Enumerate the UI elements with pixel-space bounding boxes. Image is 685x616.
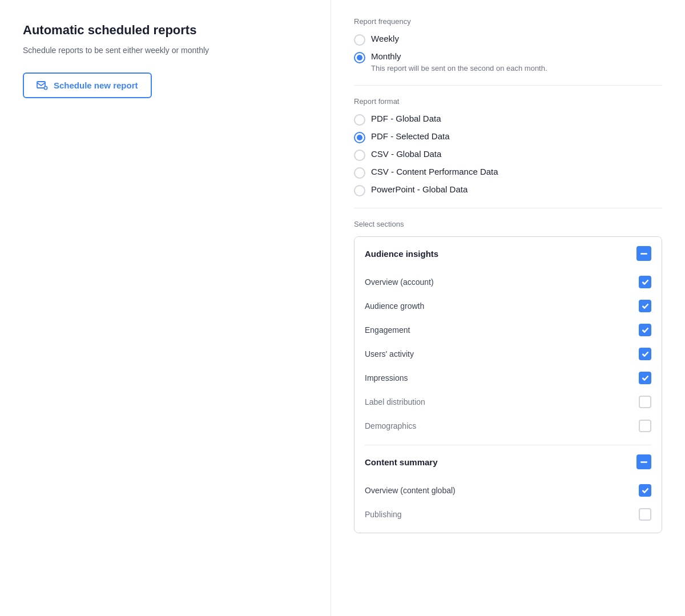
content-summary-items: Overview (content global) Publishing: [354, 478, 662, 533]
checkbox-label-distribution[interactable]: [639, 396, 651, 408]
item-impressions: Impressions: [365, 373, 408, 383]
format-radio-group: PDF - Global Data PDF - Selected Data CS…: [354, 114, 662, 196]
item-publishing: Publishing: [365, 510, 402, 519]
section-content-summary: Content summary Overview (content global…: [354, 445, 662, 533]
monthly-hint: This report will be sent on the second o…: [371, 63, 547, 74]
sections-box: Audience insights Overview (account): [354, 236, 662, 533]
item-demographics: Demographics: [365, 421, 416, 430]
pdf-global-radio-circle[interactable]: [354, 114, 365, 126]
monthly-label: Monthly: [371, 51, 547, 61]
frequency-radio-group: Weekly Monthly This report will be sent …: [354, 34, 662, 74]
weekly-radio-circle[interactable]: [354, 34, 365, 46]
csv-content-radio-circle[interactable]: [354, 167, 365, 179]
audience-insights-header: Audience insights: [354, 237, 662, 270]
checkbox-impressions[interactable]: [639, 372, 651, 384]
item-audience-growth: Audience growth: [365, 301, 424, 311]
format-option-pdf-global[interactable]: PDF - Global Data: [354, 114, 662, 126]
checkbox-audience-growth[interactable]: [639, 300, 651, 312]
checkbox-publishing[interactable]: [639, 508, 651, 521]
checkbox-engagement[interactable]: [639, 324, 651, 336]
ppt-global-label: PowerPoint - Global Data: [371, 184, 468, 194]
csv-global-radio-circle[interactable]: [354, 150, 365, 161]
ppt-global-radio-circle[interactable]: [354, 185, 365, 196]
list-item: Label distribution: [365, 390, 651, 414]
frequency-label: Report frequency: [354, 17, 662, 26]
list-item: Overview (content global): [365, 478, 651, 502]
audience-insights-items: Overview (account) Audience growth Engag…: [354, 270, 662, 445]
divider-1: [354, 85, 662, 86]
divider-2: [354, 208, 662, 208]
list-item: Engagement: [365, 318, 651, 342]
item-overview-content-global: Overview (content global): [365, 486, 456, 495]
format-option-pdf-selected[interactable]: PDF - Selected Data: [354, 131, 662, 143]
sections-label: Select sections: [354, 220, 662, 228]
pdf-global-label: PDF - Global Data: [371, 114, 441, 123]
checkbox-users-activity[interactable]: [639, 348, 651, 360]
csv-global-label: CSV - Global Data: [371, 149, 441, 159]
checkbox-demographics[interactable]: [639, 420, 651, 432]
envelope-plus-icon: [37, 81, 48, 90]
monthly-radio-circle[interactable]: [354, 52, 365, 63]
section-audience-insights: Audience insights Overview (account): [354, 237, 662, 445]
csv-content-label: CSV - Content Performance Data: [371, 167, 498, 176]
format-option-csv-content[interactable]: CSV - Content Performance Data: [354, 167, 662, 179]
list-item: Publishing: [365, 502, 651, 526]
audience-insights-title: Audience insights: [365, 249, 438, 259]
item-overview-account: Overview (account): [365, 277, 434, 287]
checkbox-overview-content-global[interactable]: [639, 484, 651, 497]
content-summary-collapse-btn[interactable]: [636, 454, 651, 469]
frequency-option-weekly[interactable]: Weekly: [354, 34, 662, 46]
frequency-option-monthly[interactable]: Monthly This report will be sent on the …: [354, 51, 662, 74]
list-item: Users' activity: [365, 342, 651, 366]
page-subtitle: Schedule reports to be sent either weekl…: [23, 45, 308, 57]
content-summary-title: Content summary: [365, 457, 438, 467]
svg-rect-0: [37, 82, 45, 88]
list-item: Overview (account): [365, 270, 651, 294]
list-item: Demographics: [365, 414, 651, 438]
list-item: Impressions: [365, 366, 651, 390]
content-summary-header: Content summary: [354, 445, 662, 478]
audience-insights-collapse-btn[interactable]: [636, 246, 651, 261]
item-users-activity: Users' activity: [365, 349, 414, 359]
pdf-selected-radio-circle[interactable]: [354, 132, 365, 143]
format-option-ppt-global[interactable]: PowerPoint - Global Data: [354, 184, 662, 196]
format-option-csv-global[interactable]: CSV - Global Data: [354, 149, 662, 161]
item-engagement: Engagement: [365, 325, 410, 335]
weekly-label: Weekly: [371, 34, 399, 43]
schedule-button-label: Schedule new report: [54, 80, 138, 90]
format-label: Report format: [354, 97, 662, 106]
checkbox-overview-account[interactable]: [639, 276, 651, 288]
pdf-selected-label: PDF - Selected Data: [371, 131, 450, 141]
page-title: Automatic scheduled reports: [23, 23, 308, 38]
schedule-new-report-button[interactable]: Schedule new report: [23, 73, 152, 98]
item-label-distribution: Label distribution: [365, 397, 425, 406]
list-item: Audience growth: [365, 294, 651, 318]
